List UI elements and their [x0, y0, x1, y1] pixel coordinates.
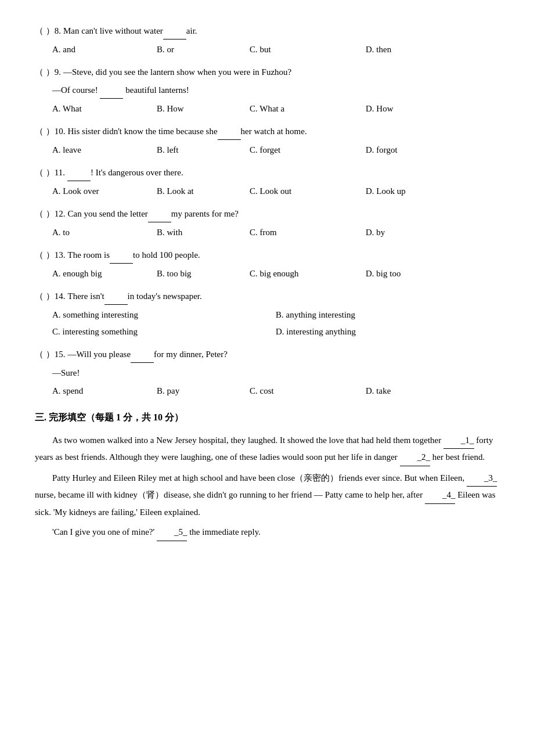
section3-passage: As two women walked into a New Jersey ho…: [35, 432, 499, 541]
q8-option-d[interactable]: D. then: [366, 42, 459, 57]
q11-option-c[interactable]: C. Look out: [250, 183, 366, 199]
q14-option-a[interactable]: A. something interesting: [52, 307, 276, 323]
question-9: （ ）9. —Steve, did you see the lantern sh…: [35, 64, 499, 117]
q14-option-c[interactable]: C. interesting something: [52, 324, 276, 340]
passage-para-1: As two women walked into a New Jersey ho…: [35, 432, 499, 466]
q8-option-c[interactable]: C. but: [250, 42, 366, 57]
q9-option-d[interactable]: D. How: [366, 101, 459, 117]
q13-option-a[interactable]: A. enough big: [52, 266, 157, 282]
q12-option-b[interactable]: B. with: [157, 225, 250, 240]
q10-option-c[interactable]: C. forget: [250, 142, 366, 158]
q15-line1: —Will you please for my dinner, Peter?: [68, 347, 228, 363]
q11-option-a[interactable]: A. Look over: [52, 183, 157, 199]
q15-line2: —Sure!: [52, 365, 80, 381]
q13-option-c[interactable]: C. big enough: [250, 266, 366, 282]
q8-option-b[interactable]: B. or: [157, 42, 250, 57]
q12-option-c[interactable]: C. from: [250, 225, 366, 240]
q10-option-a[interactable]: A. leave: [52, 142, 157, 158]
q10-options: A. leave B. left C. forget D. forgot: [52, 142, 499, 158]
question-12: （ ）12. Can you send the letter my parent…: [35, 206, 499, 240]
q10-paren: （ ）10.: [35, 124, 66, 139]
q13-options: A. enough big B. too big C. big enough D…: [52, 266, 499, 282]
q13-paren: （ ）13.: [35, 247, 66, 263]
q12-option-a[interactable]: A. to: [52, 225, 157, 240]
q8-text: Man can't live without water air.: [63, 23, 197, 39]
q15-option-a[interactable]: A. spend: [52, 383, 157, 399]
question-10: （ ）10. His sister didn't know the time b…: [35, 124, 499, 158]
q14-option-d[interactable]: D. interesting anything: [276, 324, 499, 340]
q9-line2: —Of course! beautiful lanterns!: [52, 82, 189, 99]
q14-options: A. something interesting B. anything int…: [52, 307, 499, 340]
q14-text: There isn't in today's newspaper.: [68, 289, 202, 305]
q9-paren: （ ）9.: [35, 64, 61, 80]
q9-options: A. What B. How C. What a D. How: [52, 101, 499, 117]
question-11: （ ）11. ! It's dangerous over there. A. L…: [35, 165, 499, 199]
q8-options: A. and B. or C. but D. then: [52, 42, 499, 57]
q11-option-d[interactable]: D. Look up: [366, 183, 459, 199]
question-13: （ ）13. The room is to hold 100 people. A…: [35, 247, 499, 282]
q8-option-a[interactable]: A. and: [52, 42, 157, 57]
q11-paren: （ ）11.: [35, 165, 65, 181]
q9-option-c[interactable]: C. What a: [250, 101, 366, 117]
q15-options: A. spend B. pay C. cost D. take: [52, 383, 499, 399]
q15-option-b[interactable]: B. pay: [157, 383, 250, 399]
section3-title: 三. 完形填空（每题 1 分，共 10 分）: [35, 409, 499, 426]
q15-option-c[interactable]: C. cost: [250, 383, 366, 399]
q14-paren: （ ）14.: [35, 289, 66, 304]
question-8: （ ）8. Man can't live without water air. …: [35, 23, 499, 57]
q9-line1: —Steve, did you see the lantern show whe…: [63, 64, 291, 80]
q11-text: ! It's dangerous over there.: [67, 165, 183, 181]
q11-options: A. Look over B. Look at C. Look out D. L…: [52, 183, 499, 199]
question-14: （ ）14. There isn't in today's newspaper.…: [35, 289, 499, 340]
q8-paren: （ ）8.: [35, 23, 61, 39]
q13-option-b[interactable]: B. too big: [157, 266, 250, 282]
q11-option-b[interactable]: B. Look at: [157, 183, 250, 199]
q15-paren: （ ）15.: [35, 347, 66, 362]
q12-paren: （ ）12.: [35, 206, 66, 222]
passage-para-3: 'Can I give you one of mine?' _5_ the im…: [35, 524, 499, 541]
q10-option-b[interactable]: B. left: [157, 142, 250, 158]
q13-text: The room is to hold 100 people.: [68, 247, 200, 264]
q9-option-a[interactable]: A. What: [52, 101, 157, 117]
q12-text: Can you send the letter my parents for m…: [68, 206, 239, 222]
q10-option-d[interactable]: D. forgot: [366, 142, 459, 158]
passage-para-2: Patty Hurley and Eileen Riley met at hig…: [35, 470, 499, 521]
q12-options: A. to B. with C. from D. by: [52, 225, 499, 240]
q9-option-b[interactable]: B. How: [157, 101, 250, 117]
q10-text: His sister didn't know the time because …: [68, 124, 307, 140]
q13-option-d[interactable]: D. big too: [366, 266, 459, 282]
question-15: （ ）15. —Will you please for my dinner, P…: [35, 347, 499, 399]
q12-option-d[interactable]: D. by: [366, 225, 459, 240]
q14-option-b[interactable]: B. anything interesting: [276, 307, 499, 323]
q15-option-d[interactable]: D. take: [366, 383, 459, 399]
